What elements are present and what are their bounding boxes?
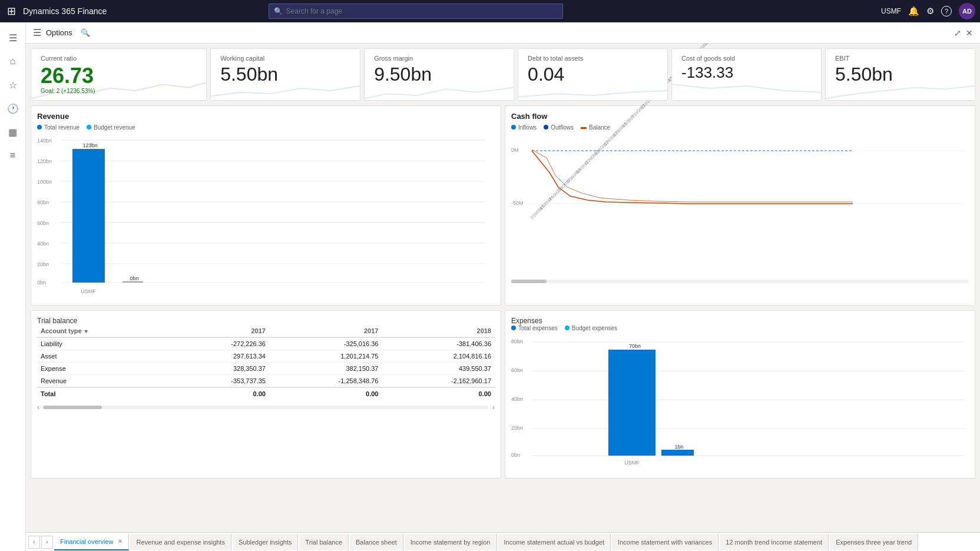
expenses-bar-small[interactable] bbox=[661, 450, 694, 456]
trial-balance-title: Trial balance bbox=[37, 317, 495, 325]
cashflow-panel: Cash flow Inflows Outflows Balance bbox=[505, 105, 975, 306]
svg-text:80bn: 80bn bbox=[37, 200, 49, 205]
user-name: USMF bbox=[881, 7, 901, 15]
tab-income-actual-vs-budget[interactable]: Income statement actual vs budget bbox=[498, 534, 611, 550]
expenses-bar-usmf[interactable] bbox=[608, 350, 655, 456]
legend-outflows: Outflows bbox=[544, 124, 574, 131]
top-nav: ⊞ Dynamics 365 Finance 🔍 USMF 🔔 ⚙ ? AD bbox=[0, 0, 980, 22]
nav-workspaces[interactable]: ▦ bbox=[2, 121, 24, 142]
dashboard: Current ratio 26.73 Goal: 2 (+1236.53%) … bbox=[26, 44, 980, 532]
nav-home[interactable]: ⌂ bbox=[2, 51, 24, 72]
search-input[interactable] bbox=[286, 7, 558, 15]
expenses-panel: Expenses Total expenses Budget expenses bbox=[505, 310, 975, 479]
tab-12-month-trend[interactable]: 12 month trend income statement bbox=[720, 534, 829, 550]
legend-budget-revenue: Budget revenue bbox=[87, 124, 135, 131]
options-search-icon[interactable]: 🔍 bbox=[81, 28, 90, 37]
cashflow-legend: Inflows Outflows Balance bbox=[511, 124, 969, 131]
svg-text:80bn: 80bn bbox=[511, 338, 523, 344]
revenue-bar-small[interactable] bbox=[122, 281, 143, 283]
kpi-card-current-ratio[interactable]: Current ratio 26.73 Goal: 2 (+1236.53%) bbox=[31, 48, 207, 101]
col-2018[interactable]: 2018 bbox=[382, 325, 495, 337]
legend-inflows: Inflows bbox=[511, 124, 537, 131]
options-right-icons: ⤢ ✕ bbox=[954, 28, 973, 38]
legend-total-revenue: Total revenue bbox=[37, 124, 80, 131]
revenue-title: Revenue bbox=[37, 112, 495, 121]
bell-icon[interactable]: 🔔 bbox=[908, 6, 919, 16]
nav-modules[interactable]: ≡ bbox=[2, 145, 24, 166]
svg-text:140bn: 140bn bbox=[37, 138, 52, 144]
kpi-title-debt-to-assets: Debt to total assets bbox=[528, 55, 658, 62]
col-2017-a[interactable]: 2017 bbox=[169, 325, 269, 337]
tab-revenue-expense-insights[interactable]: Revenue and expense insights bbox=[130, 534, 231, 550]
user-avatar[interactable]: AD bbox=[959, 3, 975, 19]
svg-text:0bn: 0bn bbox=[511, 452, 520, 458]
legend-budget-expenses: Budget expenses bbox=[565, 325, 617, 331]
svg-text:70bn: 70bn bbox=[629, 343, 641, 349]
options-bar: ☰ Options 🔍 ⤢ ✕ bbox=[26, 22, 980, 44]
svg-text:7/21/2017: 7/21/2017 bbox=[703, 44, 719, 46]
bottom-row: Trial balance Account type ▼ 2017 2017 2… bbox=[31, 310, 975, 479]
tab-subledger-insights[interactable]: Subledger insights bbox=[233, 534, 299, 550]
revenue-bar-usmf[interactable] bbox=[72, 149, 105, 283]
tab-balance-sheet[interactable]: Balance sheet bbox=[350, 534, 403, 550]
nav-icons: USMF 🔔 ⚙ ? AD bbox=[881, 3, 975, 19]
scroll-left-arrow[interactable]: ‹ bbox=[37, 403, 39, 411]
kpi-title-working-capital: Working capital bbox=[220, 55, 350, 62]
expenses-chart-svg: 80bn 60bn 40bn 20bn 0bn 70bn bbox=[511, 335, 969, 470]
revenue-panel: Revenue Total revenue Budget revenue bbox=[31, 105, 501, 306]
options-close-icon[interactable]: ✕ bbox=[966, 28, 973, 38]
tab-trial-balance[interactable]: Trial balance bbox=[299, 534, 349, 550]
table-scrollbar[interactable] bbox=[43, 406, 102, 409]
table-row-total: Total 0.00 0.00 0.00 bbox=[37, 387, 495, 400]
svg-text:0bn: 0bn bbox=[37, 280, 46, 286]
kpi-card-ebit[interactable]: EBIT 5.50bn bbox=[825, 48, 975, 101]
tab-scroll-right[interactable]: › bbox=[41, 536, 53, 549]
gear-icon[interactable]: ⚙ bbox=[926, 6, 934, 16]
tab-financial-overview[interactable]: Financial overview ✕ bbox=[54, 534, 129, 550]
cashflow-scrollbar[interactable] bbox=[511, 280, 969, 283]
tab-income-with-variances[interactable]: Income statement with variances bbox=[612, 534, 719, 550]
col-account-type[interactable]: Account type ▼ bbox=[37, 325, 169, 337]
revenue-legend: Total revenue Budget revenue bbox=[37, 124, 495, 131]
svg-text:60bn: 60bn bbox=[511, 367, 523, 373]
trial-balance-panel: Trial balance Account type ▼ 2017 2017 2… bbox=[31, 310, 501, 479]
nav-recent[interactable]: 🕐 bbox=[2, 98, 24, 119]
help-icon[interactable]: ? bbox=[941, 6, 952, 16]
table-row: Asset 297,613.34 1,201,214.75 2,104,816.… bbox=[37, 350, 495, 362]
app-title: Dynamics 365 Finance bbox=[23, 6, 107, 16]
options-label: Options bbox=[46, 28, 72, 37]
svg-text:100bn: 100bn bbox=[37, 179, 52, 185]
search-icon: 🔍 bbox=[274, 7, 283, 15]
nav-hamburger[interactable]: ☰ bbox=[2, 27, 24, 48]
kpi-card-working-capital[interactable]: Working capital 5.50bn bbox=[210, 48, 360, 101]
svg-text:123bn: 123bn bbox=[82, 142, 97, 148]
kpi-title-gross-margin: Gross margin bbox=[374, 55, 504, 62]
tab-expenses-three-year[interactable]: Expenses three year trend bbox=[830, 534, 918, 550]
tab-close-financial-overview[interactable]: ✕ bbox=[118, 538, 122, 545]
scroll-right-arrow[interactable]: › bbox=[492, 403, 495, 411]
side-nav: ☰ ⌂ ☆ 🕐 ▦ ≡ bbox=[0, 22, 26, 551]
tab-scroll-left[interactable]: ‹ bbox=[28, 536, 40, 549]
table-row: Liability -272,226.36 -325,016.36 -381,4… bbox=[37, 337, 495, 350]
main-content: ☰ Options 🔍 ⤢ ✕ Current ratio 26.73 Goal… bbox=[26, 22, 980, 551]
svg-text:0bn: 0bn bbox=[130, 276, 138, 281]
options-expand-icon[interactable]: ⤢ bbox=[954, 28, 961, 38]
col-2017-b[interactable]: 2017 bbox=[269, 325, 382, 337]
app-grid-icon[interactable]: ⊞ bbox=[5, 2, 18, 20]
bottom-tabs: ‹ › Financial overview ✕ Revenue and exp… bbox=[26, 532, 980, 551]
kpi-card-gross-margin[interactable]: Gross margin 9.50bn bbox=[364, 48, 514, 101]
table-row: Expense 328,350.37 382,150.37 439,550.37 bbox=[37, 362, 495, 374]
expenses-title: Expenses bbox=[511, 317, 969, 325]
trial-balance-table: Account type ▼ 2017 2017 2018 Liability … bbox=[37, 325, 495, 400]
svg-text:0M: 0M bbox=[511, 147, 519, 153]
expenses-legend: Total expenses Budget expenses bbox=[511, 325, 969, 331]
options-hamburger[interactable]: ☰ bbox=[33, 27, 41, 38]
nav-favorites[interactable]: ☆ bbox=[2, 74, 24, 95]
tab-income-by-region[interactable]: Income statement by region bbox=[405, 534, 497, 550]
kpi-card-debt-to-assets[interactable]: Debt to total assets 0.04 bbox=[518, 48, 668, 101]
svg-text:60bn: 60bn bbox=[37, 220, 49, 226]
kpi-card-cogs[interactable]: Cost of goods sold -133.33 bbox=[671, 48, 822, 101]
cashflow-chart-svg: 0M -50M 2/10/2017 bbox=[511, 134, 969, 276]
cashflow-title: Cash flow bbox=[511, 112, 969, 121]
kpi-title-current-ratio: Current ratio bbox=[41, 55, 197, 62]
